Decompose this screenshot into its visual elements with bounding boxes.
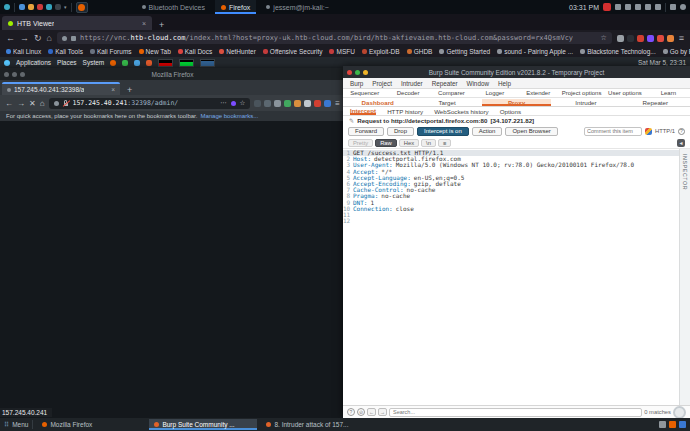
- forward-button[interactable]: →: [20, 34, 29, 43]
- stop-button[interactable]: ✕: [29, 99, 36, 108]
- home-button[interactable]: ⌂: [40, 99, 45, 108]
- tray-icon[interactable]: [679, 421, 686, 428]
- tab-decoder[interactable]: Decoder: [386, 90, 429, 96]
- terminal-launcher-icon[interactable]: [122, 60, 128, 66]
- firefox-launcher-icon[interactable]: [76, 2, 88, 13]
- extension-icon[interactable]: [324, 100, 331, 107]
- search-options-icon[interactable]: ⊘: [357, 408, 365, 416]
- console-launcher-icon[interactable]: [134, 60, 140, 66]
- intercept-toggle-button[interactable]: Intercept is on: [417, 127, 469, 136]
- app-launcher-icon[interactable]: [146, 60, 152, 66]
- panel-clock[interactable]: Sat Mar 5, 23:31: [638, 59, 686, 66]
- bell-icon[interactable]: [645, 4, 651, 10]
- inner-firefox-tab[interactable]: 157.245.40.241:32398/a ×: [2, 82, 120, 95]
- new-tab-button[interactable]: +: [152, 20, 171, 30]
- new-tab-button[interactable]: +: [120, 85, 139, 95]
- inspector-panel[interactable]: INSPECTOR: [679, 149, 690, 405]
- tab-sequencer[interactable]: Sequencer: [343, 90, 386, 96]
- bookmark-item[interactable]: Kali Tools: [48, 48, 83, 55]
- extension-icon[interactable]: [637, 35, 644, 42]
- tab-intruder[interactable]: Intruder: [551, 99, 620, 106]
- menu-applications[interactable]: Applications: [16, 59, 51, 66]
- extension-icon[interactable]: [647, 35, 654, 42]
- url-bar[interactable]: 157.245.40.241:32398/admin/ ⋯ ☆: [49, 98, 251, 109]
- window-icon[interactable]: [19, 4, 25, 10]
- extension-icon[interactable]: [667, 35, 674, 42]
- menu-system[interactable]: System: [83, 59, 105, 66]
- host-tab-terminal[interactable]: jessem@jm-kali:~: [260, 0, 335, 14]
- library-icon[interactable]: [254, 100, 261, 107]
- taskbar-window-firefox[interactable]: Mozilla Firefox: [37, 419, 145, 430]
- menu-burp[interactable]: Burp: [350, 80, 363, 87]
- drop-button[interactable]: Drop: [387, 127, 414, 136]
- back-button[interactable]: ←: [6, 34, 15, 43]
- tab-comparer[interactable]: Comparer: [430, 90, 473, 96]
- host-tab-bluetooth[interactable]: Bluetooth Devices: [136, 0, 211, 14]
- help-icon[interactable]: ?: [678, 128, 685, 135]
- menu-help[interactable]: Help: [498, 80, 511, 87]
- tray-icon[interactable]: [659, 421, 666, 428]
- comment-input[interactable]: [584, 127, 642, 136]
- inspector-collapse-icon[interactable]: ◄: [677, 139, 685, 147]
- bookmark-item[interactable]: NetHunter: [219, 48, 256, 55]
- extension-icon[interactable]: [314, 100, 321, 107]
- sidebar-icon[interactable]: [264, 100, 271, 107]
- menu-button[interactable]: ⠿ Menu: [4, 421, 28, 429]
- foxyproxy-icon[interactable]: [284, 100, 291, 107]
- pretty-toggle[interactable]: Pretty: [348, 139, 373, 147]
- tab-target[interactable]: Target: [412, 99, 481, 106]
- request-editor[interactable]: 1GET /success.txt HTTP/1.1 2Host:detectp…: [343, 148, 690, 405]
- tab-logger[interactable]: Logger: [473, 90, 516, 96]
- tray-firefox-icon[interactable]: [669, 421, 676, 428]
- firefox-launcher-icon[interactable]: [110, 60, 116, 66]
- subtab-http-history[interactable]: HTTP history: [387, 108, 423, 115]
- bookmark-star-icon[interactable]: ☆: [600, 34, 606, 42]
- url-bar[interactable]: https://vnc.htb-cloud.com/index.html?hos…: [57, 32, 612, 44]
- page-actions-icon[interactable]: ⋯: [220, 99, 227, 107]
- search-help-icon[interactable]: ?: [347, 408, 355, 416]
- extension-icon[interactable]: [657, 35, 664, 42]
- bookmark-item[interactable]: GHDB: [407, 48, 433, 55]
- subtab-websockets-history[interactable]: WebSockets history: [434, 108, 489, 115]
- bookmark-star-icon[interactable]: ☆: [240, 99, 246, 107]
- menu-project[interactable]: Project: [372, 80, 392, 87]
- recording-indicator-icon[interactable]: [603, 3, 611, 11]
- tab-dashboard[interactable]: Dashboard: [343, 99, 412, 106]
- menu-repeater[interactable]: Repeater: [432, 80, 458, 87]
- window-titlebar[interactable]: Mozilla Firefox: [0, 68, 345, 80]
- bookmark-item[interactable]: Offensive Security: [263, 48, 323, 55]
- browser-icon[interactable]: [46, 4, 52, 10]
- insecure-lock-icon[interactable]: [63, 100, 69, 107]
- terminal-icon[interactable]: [55, 4, 61, 10]
- tab-proxy[interactable]: Proxy: [482, 99, 551, 106]
- close-tab-icon[interactable]: ×: [111, 86, 115, 93]
- bluetooth-icon[interactable]: [625, 4, 631, 10]
- window-close-icon[interactable]: [347, 70, 352, 75]
- taskbar-window-burp[interactable]: Burp Suite Community ...: [149, 419, 257, 430]
- search-next-button[interactable]: →: [378, 408, 387, 416]
- bookmark-item[interactable]: New Tab: [139, 48, 171, 55]
- shield-icon[interactable]: [62, 36, 67, 41]
- newline-toggle[interactable]: \n: [421, 139, 436, 147]
- tab-project-options[interactable]: Project options: [560, 90, 603, 96]
- editor-settings-icon[interactable]: ≡: [438, 139, 451, 147]
- forward-button[interactable]: →: [17, 99, 25, 108]
- open-browser-button[interactable]: Open Browser: [505, 127, 557, 136]
- highlight-color-icon[interactable]: [645, 128, 652, 135]
- close-tab-icon[interactable]: ×: [142, 20, 146, 27]
- wappalyzer-icon[interactable]: [294, 100, 301, 107]
- menu-icon[interactable]: ≡: [679, 34, 684, 43]
- memory-monitor-graph[interactable]: [179, 59, 194, 67]
- host-tab-firefox[interactable]: Firefox: [215, 0, 256, 14]
- back-button[interactable]: ←: [5, 99, 13, 108]
- files-icon[interactable]: [28, 4, 34, 10]
- bookmark-item[interactable]: Kali Forums: [90, 48, 132, 55]
- volume-icon[interactable]: [635, 4, 641, 10]
- menu-intruder[interactable]: Intruder: [401, 80, 423, 87]
- pdf-icon[interactable]: [37, 4, 43, 10]
- tab-extender[interactable]: Extender: [517, 90, 560, 96]
- shield-icon[interactable]: [54, 101, 59, 106]
- reload-button[interactable]: ↻: [34, 34, 42, 43]
- kali-logo-icon[interactable]: [4, 60, 10, 66]
- menu-window[interactable]: Window: [467, 80, 489, 87]
